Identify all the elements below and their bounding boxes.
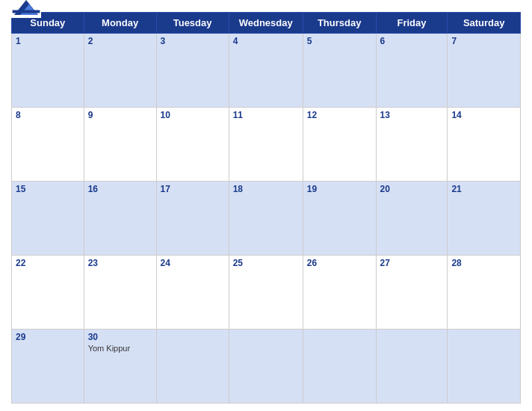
week-row-4: 22232425262728: [12, 256, 521, 330]
calendar-cell: 29: [12, 330, 84, 404]
day-number: 16: [88, 184, 152, 194]
day-number: 28: [451, 258, 516, 268]
calendar-cell: 21: [448, 182, 521, 256]
calendar-cell: 25: [229, 256, 303, 330]
calendar-cell: 18: [229, 182, 303, 256]
header-tuesday: Tuesday: [156, 13, 229, 34]
calendar-cell: 1: [12, 34, 84, 108]
calendar-cell: 4: [229, 34, 303, 108]
calendar-cell: 20: [376, 182, 448, 256]
calendar-cell: [376, 330, 448, 404]
week-row-2: 891011121314: [12, 108, 521, 182]
day-number: 19: [307, 184, 372, 194]
calendar-cell: [156, 330, 229, 404]
day-number: 26: [307, 258, 372, 268]
calendar-cell: 9: [84, 108, 156, 182]
day-number: 8: [16, 110, 80, 120]
header-monday: Monday: [84, 13, 156, 34]
day-number: 10: [161, 110, 225, 120]
days-header-row: Sunday Monday Tuesday Wednesday Thursday…: [12, 13, 521, 34]
day-number: 15: [16, 184, 80, 194]
calendar-cell: 15: [12, 182, 84, 256]
day-number: 14: [451, 110, 516, 120]
calendar-cell: 30Yom Kippur: [84, 330, 156, 404]
calendar-cell: 19: [303, 182, 376, 256]
day-number: 1: [16, 36, 80, 46]
calendar-cell: 27: [376, 256, 448, 330]
day-number: 6: [380, 36, 444, 46]
logo: [11, 0, 41, 18]
calendar-cell: 28: [448, 256, 521, 330]
calendar-cell: 8: [12, 108, 84, 182]
header-friday: Friday: [376, 13, 448, 34]
calendar-cell: [448, 330, 521, 404]
calendar-cell: 10: [156, 108, 229, 182]
day-number: 30: [88, 332, 152, 342]
calendar-cell: 26: [303, 256, 376, 330]
calendar-cell: 22: [12, 256, 84, 330]
calendar-cell: 6: [376, 34, 448, 108]
calendar-cell: 13: [376, 108, 448, 182]
header-wednesday: Wednesday: [229, 13, 303, 34]
header-thursday: Thursday: [303, 13, 376, 34]
day-number: 29: [16, 332, 80, 342]
day-number: 23: [88, 258, 152, 268]
day-number: 22: [16, 258, 80, 268]
calendar-cell: 11: [229, 108, 303, 182]
week-row-3: 15161718192021: [12, 182, 521, 256]
calendar-cell: 24: [156, 256, 229, 330]
day-number: 20: [380, 184, 444, 194]
week-row-1: 1234567: [12, 34, 521, 108]
day-number: 12: [307, 110, 372, 120]
day-number: 2: [88, 36, 152, 46]
calendar-cell: 2: [84, 34, 156, 108]
header-saturday: Saturday: [448, 13, 521, 34]
day-number: 24: [161, 258, 225, 268]
day-number: 25: [233, 258, 299, 268]
calendar-cell: [303, 330, 376, 404]
calendar-cell: 16: [84, 182, 156, 256]
calendar-cell: 14: [448, 108, 521, 182]
calendar-cell: 3: [156, 34, 229, 108]
day-number: 11: [233, 110, 299, 120]
calendar-cell: 12: [303, 108, 376, 182]
svg-rect-3: [13, 10, 40, 13]
day-number: 3: [161, 36, 225, 46]
calendar-cell: 23: [84, 256, 156, 330]
day-number: 7: [451, 36, 516, 46]
calendar-table: Sunday Monday Tuesday Wednesday Thursday…: [11, 12, 521, 404]
calendar-cell: [229, 330, 303, 404]
day-number: 21: [451, 184, 516, 194]
week-row-5: 2930Yom Kippur: [12, 330, 521, 404]
day-number: 9: [88, 110, 152, 120]
event-label: Yom Kippur: [88, 344, 152, 353]
day-number: 4: [233, 36, 299, 46]
day-number: 5: [307, 36, 372, 46]
day-number: 18: [233, 184, 299, 194]
calendar-cell: 5: [303, 34, 376, 108]
day-number: 13: [380, 110, 444, 120]
calendar-cell: 17: [156, 182, 229, 256]
calendar-cell: 7: [448, 34, 521, 108]
day-number: 27: [380, 258, 444, 268]
day-number: 17: [161, 184, 225, 194]
